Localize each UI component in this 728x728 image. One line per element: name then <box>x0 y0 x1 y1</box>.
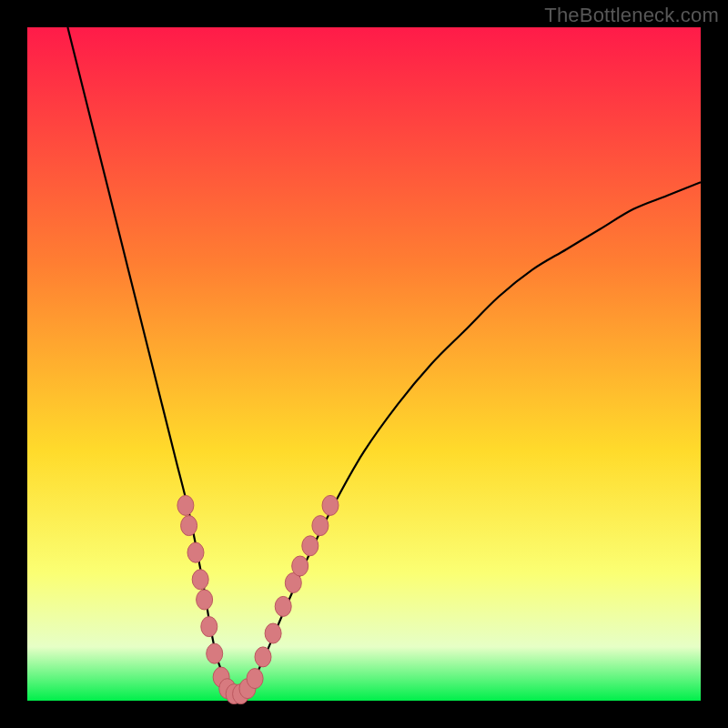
highlight-marker <box>275 596 291 616</box>
highlight-marker <box>207 643 223 663</box>
highlight-marker <box>192 570 208 590</box>
highlight-marker <box>255 647 271 667</box>
highlight-marker <box>312 516 329 536</box>
bottleneck-curve <box>67 27 701 695</box>
highlight-marker <box>322 495 339 515</box>
highlight-marker <box>302 536 318 556</box>
highlight-marker <box>292 556 308 576</box>
highlight-marker <box>201 617 217 637</box>
highlight-marker <box>197 590 213 610</box>
chart-frame: TheBottleneck.com <box>0 0 728 728</box>
highlight-marker <box>177 495 194 515</box>
highlight-marker <box>265 623 281 643</box>
chart-svg <box>0 0 728 728</box>
highlight-marker <box>247 669 263 689</box>
highlight-marker <box>181 516 197 536</box>
highlight-marker <box>187 542 204 562</box>
